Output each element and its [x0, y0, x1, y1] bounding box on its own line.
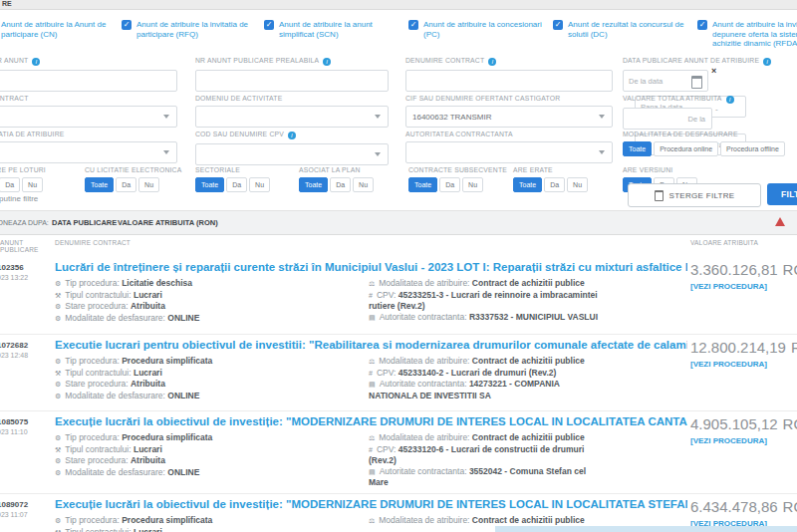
sort-by-value[interactable]: VALOARE ATRIBUITA (RON) [118, 218, 218, 227]
date-from-input[interactable]: De la data [623, 70, 708, 92]
notice-id-cell: 1085075 023 11:10 [0, 417, 49, 435]
authority-icon [369, 381, 376, 388]
toggle-option-toate[interactable]: Toate [408, 177, 437, 192]
sort-by-date[interactable]: DATA PUBLICARE [52, 218, 117, 227]
toggle-option-toate[interactable]: Toate [623, 141, 652, 156]
autoritatea-contractanta-select[interactable] [405, 141, 613, 163]
info-icon [763, 58, 771, 66]
authority-icon [369, 314, 376, 321]
notice-type-cn[interactable]: Anunt de atribuire la Anunt de participa… [0, 20, 120, 39]
awarded-value: 3.360.126,81RON [690, 261, 797, 278]
toggle-option-nu[interactable]: Nu [353, 177, 374, 192]
notice-id: 102356 [0, 263, 49, 272]
situatia-atribuire-select[interactable] [0, 141, 177, 163]
column-header-contract: DENUMIRE CONTRACT [55, 239, 131, 246]
notice-type-rfda[interactable]: Anunt de atribuire la invitatia de depun… [697, 20, 797, 49]
toggle-option-nu[interactable]: Nu [22, 177, 43, 192]
filtreaza-button[interactable]: FILTREAZA [767, 183, 797, 205]
result-row: 1085075 023 11:10 Execuție lucrări la ob… [0, 411, 797, 494]
notice-type-rfq[interactable]: Anunt de atribuire la invitatia de parti… [122, 20, 257, 39]
warning-icon[interactable] [775, 217, 785, 226]
gear-icon [55, 434, 61, 441]
chevron-down-icon [375, 152, 381, 156]
gear-icon [55, 358, 61, 365]
result-row: 1072682 023 12:48 Executie lucrari pentr… [0, 335, 797, 411]
contract-type-icon [55, 446, 61, 453]
contract-type-icon [55, 370, 61, 377]
field-label: SITUATIA DE ATRIBUIRE [0, 131, 177, 137]
notice-type-scn[interactable]: Anunt de atribuire la anunt simplificat … [264, 20, 399, 39]
cod-cpv-select[interactable] [195, 143, 389, 165]
notice-type-pc[interactable]: Anunt de atribuire la concesionari (PC) [408, 20, 544, 39]
toggle-option-toate[interactable]: Toate [299, 177, 328, 192]
checkbox-checked-icon[interactable] [408, 20, 418, 30]
notice-type-label: Anunt de rezultat la concursul de soluti… [568, 20, 692, 39]
toggle-are-erate: ARE ERATE Toate Da Nu [513, 166, 590, 192]
column-header-anunt: ANUNT PUBLICARE [0, 239, 39, 253]
scale-icon [369, 434, 375, 441]
checkbox-checked-icon[interactable] [697, 20, 707, 30]
notice-type-label: Anunt de atribuire la invitatia de parti… [136, 20, 257, 39]
checkbox-checked-icon[interactable] [122, 20, 132, 30]
toggle-option-da[interactable]: Da [544, 177, 565, 192]
field-label: COD SAU DENUMIRE CPV [195, 131, 389, 139]
notice-type-dc[interactable]: Anunt de rezultat la concursul de soluti… [553, 20, 692, 39]
vezi-procedura-link[interactable]: [VEZI PROCEDURA] [690, 436, 797, 445]
cif-ofertant-select[interactable]: 16400632 TRANSMIR [405, 106, 613, 128]
toggle-option-nu[interactable]: Nu [249, 177, 270, 192]
toggle-option-procedura-online[interactable]: Procedura online [654, 141, 718, 156]
toggle-option-da[interactable]: Da [439, 177, 460, 192]
valoare-from-input[interactable]: De la [623, 108, 712, 130]
toggle-cu-licitatie-electronica: CU LICITATIE ELECTRONICA Toate Da Nu [85, 166, 181, 192]
domeniu-activitate-select[interactable] [195, 106, 389, 128]
toggle-option-da[interactable]: Da [226, 177, 247, 192]
toggle-option-da[interactable]: Da [116, 177, 136, 192]
checkbox-checked-icon[interactable] [264, 20, 274, 30]
field-label: ASOCIAT LA PLAN [299, 166, 376, 173]
toggle-option-toate[interactable]: Toate [85, 177, 114, 192]
publish-date: 023 11:10 [0, 428, 49, 435]
awarded-value: 6.434.478,86RON [690, 498, 797, 515]
chevron-down-icon [375, 115, 381, 119]
selected-value: 16400632 TRANSMIR [412, 113, 491, 122]
column-header-value: VALOARE ATRIBUITA [690, 239, 758, 246]
results-list: 102356 023 13:22 Lucrări de întreținere … [0, 257, 797, 532]
toggle-option-da[interactable]: Da [330, 177, 351, 192]
toggle-option-toate[interactable]: Toate [513, 177, 542, 192]
contract-title-link[interactable]: Execuție lucrări la obiectivul de invest… [55, 498, 687, 510]
notice-type-label: Anunt de atribuire la Anunt de participa… [1, 20, 120, 39]
contract-title-link[interactable]: Lucrări de întreținere și reparații cure… [55, 261, 687, 273]
toggle-option-nu[interactable]: Nu [567, 177, 588, 192]
toggle-option-nu[interactable]: Nu [138, 177, 159, 192]
less-filters-link[interactable]: Mai putine filtre [0, 194, 38, 203]
notice-id-cell: 1072682 023 12:48 [0, 341, 49, 359]
field-label: AUTORITATEA CONTRACTANTA [405, 131, 613, 137]
checkbox-checked-icon[interactable] [553, 20, 563, 30]
toggle-option-toate[interactable]: Toate [195, 177, 224, 192]
contract-title-link[interactable]: Executie lucrari pentru obiectivul de in… [55, 339, 687, 351]
toggle-option-da[interactable]: Da [0, 177, 20, 192]
vezi-procedura-link[interactable]: [VEZI PROCEDURA] [690, 282, 797, 291]
field-label: CIF SAU DENUMIRE OFERTANT CASTIGATOR [405, 95, 613, 102]
calendar-icon[interactable] [691, 76, 702, 89]
sterge-filtre-button[interactable]: STERGE FILTRE [628, 183, 761, 207]
modalitatea-desfasurare-toggle: Toate Procedura online Procedura offline [623, 141, 797, 156]
denumire-contract-input[interactable] [405, 70, 613, 92]
scale-icon [369, 517, 375, 524]
contract-type-icon [55, 292, 61, 299]
notice-type-label: Anunt de atribuire la anunt simplificat … [279, 20, 399, 39]
nr-anunt-input[interactable] [0, 70, 177, 92]
contract-title-link[interactable]: Execuție lucrări la obiectivul de invest… [55, 415, 687, 427]
nr-anunt-publicare-input[interactable] [195, 70, 389, 92]
vezi-procedura-link[interactable]: [VEZI PROCEDURA] [690, 360, 797, 369]
gear-icon [55, 457, 61, 464]
clear-date-icon[interactable] [711, 66, 716, 76]
gear-icon [55, 469, 61, 476]
info-icon [288, 132, 296, 139]
gear-icon [55, 393, 61, 399]
toggle-option-procedura-offline[interactable]: Procedura offline [720, 141, 785, 156]
toggle-option-nu[interactable]: Nu [462, 177, 483, 192]
field-label: ARE VERSIUNI [623, 166, 699, 173]
toggle-sectoriale: SECTORIALE Toate Da Nu [195, 166, 272, 192]
tip-contract-select[interactable] [0, 106, 177, 128]
